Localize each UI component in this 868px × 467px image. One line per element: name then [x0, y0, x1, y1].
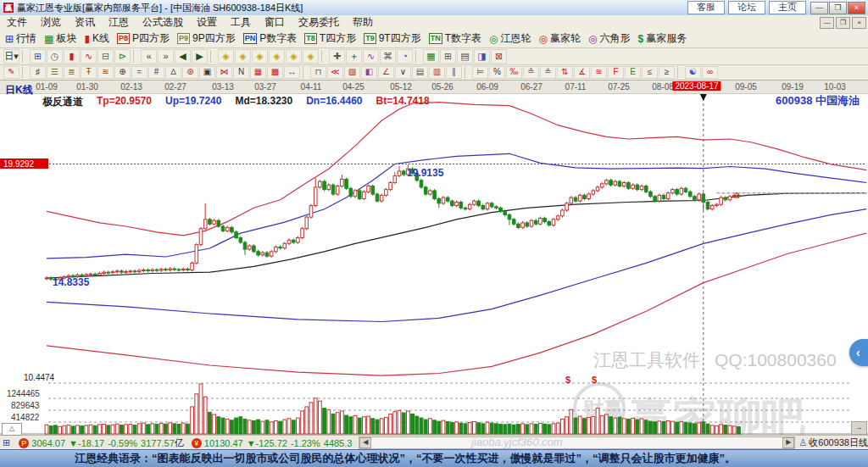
- tool-icon-toolbar3-9[interactable]: #: [148, 66, 164, 79]
- tool-icon-toolbar2-9[interactable]: «: [141, 49, 157, 64]
- child-restore-button[interactable]: ❐: [836, 17, 850, 29]
- service-button[interactable]: 客服: [687, 1, 725, 14]
- tool-icon-toolbar3-30[interactable]: %: [489, 66, 505, 79]
- tool-icon-toolbar3-25[interactable]: ▤: [412, 66, 428, 79]
- szse-index-icon[interactable]: ¥: [192, 438, 202, 448]
- tool-icon-toolbar2-0[interactable]: 日▾: [3, 49, 19, 64]
- tool-icon-toolbar3-23[interactable]: ∠: [378, 66, 394, 79]
- tool-icon-toolbar3-43[interactable]: ∞: [702, 66, 718, 79]
- tool-icon-toolbar2-10[interactable]: »: [158, 49, 174, 64]
- tool-icon-toolbar2-5[interactable]: ∿: [81, 49, 97, 64]
- close-button[interactable]: ×: [848, 2, 865, 14]
- tool-icon-toolbar2-14[interactable]: ◈: [218, 49, 234, 64]
- tool-icon-toolbar2-3[interactable]: ◷: [47, 49, 63, 64]
- tool-icon-toolbar3-24[interactable]: ∨: [395, 66, 411, 79]
- sse-index-icon[interactable]: P: [19, 438, 29, 448]
- menu-item-浏览[interactable]: 浏览: [34, 16, 68, 28]
- tool-icon-toolbar3-2[interactable]: ♯: [30, 66, 46, 79]
- menu-item-文件[interactable]: 文件: [0, 16, 34, 28]
- tool-icon-toolbar2-19[interactable]: ◈: [303, 49, 319, 64]
- tool-icon-toolbar2-22[interactable]: ＋: [346, 49, 362, 64]
- tool-icon-toolbar2-15[interactable]: ◈: [235, 49, 251, 64]
- tool-icon-toolbar3-35[interactable]: ∡: [574, 66, 590, 79]
- menu-item-窗口[interactable]: 窗口: [258, 16, 292, 28]
- tool-icon-toolbar3-37[interactable]: F: [608, 66, 624, 79]
- tool-icon-toolbar2-31[interactable]: ⊠: [491, 49, 507, 64]
- maximize-button[interactable]: ❐: [829, 2, 847, 14]
- horizontal-scrollbar[interactable]: ◀ ▶: [359, 436, 795, 449]
- tool-icon-toolbar3-39[interactable]: ≤: [642, 66, 658, 79]
- tool-icon-toolbar3-33[interactable]: ≗: [540, 66, 556, 79]
- tool-icon-toolbar2-6[interactable]: ⊟: [97, 49, 114, 64]
- tool-icon-toolbar3-29[interactable]: ⊨: [472, 66, 488, 79]
- menu-item-设置[interactable]: 设置: [190, 16, 224, 28]
- tool-icon-toolbar3-19[interactable]: ⊓: [310, 66, 326, 79]
- tool-icon-toolbar3-17[interactable]: ↔: [284, 66, 300, 79]
- tool-icon-toolbar3-26[interactable]: ▥: [429, 66, 445, 79]
- volume-collapse-button[interactable]: △: [2, 423, 22, 436]
- tool-icon-toolbar3-15[interactable]: ▦: [250, 66, 266, 79]
- minimize-button[interactable]: —: [810, 2, 828, 14]
- kline-tab[interactable]: 日K线: [5, 83, 33, 97]
- scroll-left-icon[interactable]: ◀: [359, 437, 371, 448]
- tool-icon-toolbar3-20[interactable]: ≪: [327, 66, 343, 79]
- tool-icon-toolbar3-8[interactable]: ≈: [131, 66, 147, 79]
- tool-icon-toolbar2-28[interactable]: ⊞: [440, 49, 456, 64]
- tool-icon-toolbar3-3[interactable]: ☰: [47, 66, 63, 79]
- menu-item-帮助[interactable]: 帮助: [346, 16, 380, 28]
- child-close-button[interactable]: ×: [852, 17, 866, 29]
- tool-icon-toolbar2-11[interactable]: ◀: [175, 49, 191, 64]
- tool-icon-toolbar3-31[interactable]: ‰: [506, 66, 522, 79]
- toolbar-button-板块[interactable]: ▦板块: [44, 31, 76, 46]
- tool-icon-toolbar3-7[interactable]: ⊕: [114, 66, 131, 79]
- child-minimize-button[interactable]: —: [820, 17, 834, 29]
- volume-scroll-right-button[interactable]: →: [851, 421, 867, 435]
- tool-icon-toolbar3-34[interactable]: ⇅: [557, 66, 573, 79]
- tool-icon-toolbar2-27[interactable]: ▦: [423, 49, 439, 64]
- toolbar-button-P四方形[interactable]: P8P四方形: [117, 31, 170, 46]
- menu-item-江恩[interactable]: 江恩: [102, 16, 136, 28]
- tool-icon-toolbar3-14[interactable]: N: [233, 66, 249, 79]
- tool-icon-toolbar2-16[interactable]: ◈: [252, 49, 268, 64]
- tool-icon-toolbar2-4[interactable]: ▮: [64, 49, 80, 64]
- tool-icon-toolbar3-16[interactable]: ▩: [267, 66, 283, 79]
- toolbar-button-T数字表[interactable]: TNT数字表: [429, 31, 481, 46]
- tool-icon-toolbar3-0[interactable]: ✎: [3, 66, 19, 79]
- tool-icon-toolbar2-12[interactable]: ▶: [192, 49, 208, 64]
- tool-icon-toolbar3-42[interactable]: ☯: [685, 66, 701, 79]
- toolbar-button-赢家轮[interactable]: ◎赢家轮: [539, 31, 581, 46]
- toolbar-button-9P四方形[interactable]: P99P四方形: [177, 31, 236, 46]
- tool-icon-toolbar3-36[interactable]: ≊: [591, 66, 607, 79]
- toolbar-button-T四方形[interactable]: T8T四方形: [304, 31, 356, 46]
- tool-icon-toolbar2-18[interactable]: ◈: [286, 49, 302, 64]
- tool-icon-toolbar2-17[interactable]: ◈: [269, 49, 285, 64]
- forum-button[interactable]: 论坛: [728, 1, 765, 14]
- toolbar-button-行情[interactable]: ⊞行情: [5, 31, 36, 46]
- tool-icon-toolbar3-6[interactable]: ≋: [97, 66, 114, 79]
- home-button[interactable]: 主页: [769, 1, 806, 14]
- menu-item-交易委托[interactable]: 交易委托: [292, 16, 346, 28]
- tool-icon-toolbar3-11[interactable]: ⊛: [182, 66, 198, 79]
- quote-grid-icon[interactable]: ⊞: [3, 438, 13, 448]
- tool-icon-toolbar3-22[interactable]: ◧: [361, 66, 377, 79]
- tool-icon-toolbar3-5[interactable]: Ŧ: [81, 66, 97, 79]
- menu-item-工具[interactable]: 工具: [224, 16, 258, 28]
- tool-icon-toolbar2-25[interactable]: ◔: [397, 49, 413, 64]
- tool-icon-toolbar2-29[interactable]: ▤: [457, 49, 473, 64]
- tool-icon-toolbar3-12[interactable]: ▣: [199, 66, 215, 79]
- tool-icon-toolbar3-21[interactable]: ▨: [344, 66, 360, 79]
- tool-icon-toolbar3-32[interactable]: ≙: [523, 66, 539, 79]
- toolbar-button-江恩轮[interactable]: ◎江恩轮: [489, 31, 531, 46]
- tool-icon-toolbar2-21[interactable]: ✚: [329, 49, 345, 64]
- toolbar-button-六角形[interactable]: ◎六角形: [588, 31, 630, 46]
- toolbar-button-K线[interactable]: ▮K线: [84, 31, 109, 46]
- tool-icon-toolbar3-13[interactable]: ⋈: [216, 66, 232, 79]
- tool-icon-toolbar3-4[interactable]: ≣: [64, 66, 80, 79]
- menu-item-公式选股[interactable]: 公式选股: [136, 16, 190, 28]
- tool-icon-toolbar3-10[interactable]: ∆: [165, 66, 181, 79]
- tool-icon-toolbar3-27[interactable]: ∥: [446, 66, 462, 79]
- tool-icon-toolbar2-30[interactable]: ◨: [474, 49, 490, 64]
- tool-icon-toolbar3-38[interactable]: E: [625, 66, 641, 79]
- menu-item-资讯[interactable]: 资讯: [68, 16, 102, 28]
- toolbar-button-9T四方形[interactable]: T99T四方形: [364, 31, 421, 46]
